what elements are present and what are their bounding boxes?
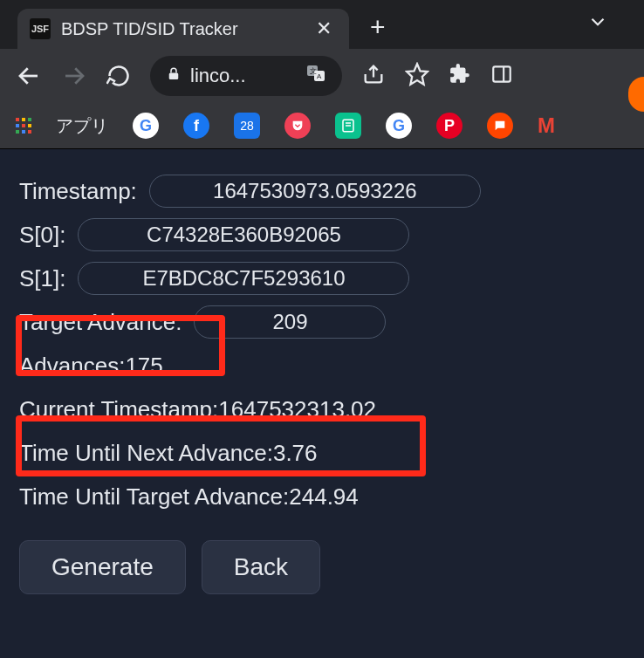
target-advance-row: Target Advance: 209 (19, 305, 625, 339)
advances-line: Advances: 175 (19, 348, 625, 383)
share-icon[interactable] (361, 62, 386, 90)
s0-row: S[0]: C74328E360B92065 (19, 217, 625, 252)
button-row: Generate Back (19, 540, 625, 594)
timestamp-row: Timestamp: 1647530973.0593226 (19, 174, 625, 209)
current-ts-label: Current Timestamp: (19, 396, 218, 423)
generate-button[interactable]: Generate (19, 540, 186, 594)
sidepanel-icon[interactable] (490, 63, 513, 89)
timestamp-input[interactable]: 1647530973.0593226 (149, 175, 481, 208)
calendar-bookmark-icon[interactable]: 28 (234, 113, 260, 139)
time-next-value: 3.76 (273, 440, 318, 467)
target-advance-input[interactable]: 209 (194, 305, 386, 339)
google-bookmark-icon[interactable]: G (133, 113, 159, 139)
s0-input[interactable]: C74328E360B92065 (78, 218, 409, 251)
forward-button[interactable] (61, 63, 87, 89)
tracker-page: Timestamp: 1647530973.0593226 S[0]: C743… (0, 148, 644, 658)
facebook-bookmark-icon[interactable]: f (183, 113, 209, 139)
new-tab-button[interactable]: + (370, 12, 386, 42)
time-next-line: Time Until Next Advance: 3.76 (19, 435, 625, 470)
s1-input[interactable]: E7BDC8C7F5293610 (78, 262, 409, 295)
back-button[interactable] (16, 63, 42, 89)
advances-label: Advances: (19, 353, 125, 380)
tab-favicon: JSF (30, 18, 51, 39)
svg-text:A: A (317, 72, 322, 80)
s1-row: S[1]: E7BDC8C7F5293610 (19, 261, 625, 296)
s1-label: S[1]: (19, 265, 65, 292)
extensions-icon[interactable] (449, 63, 471, 89)
bookmarks-bar: アプリ G f 28 G P M (0, 103, 644, 148)
time-target-label: Time Until Target Advance: (19, 483, 289, 511)
translate-icon[interactable]: 文A (305, 63, 326, 89)
svg-marker-8 (407, 64, 427, 84)
svg-rect-2 (169, 73, 179, 80)
svg-rect-9 (493, 66, 510, 81)
apps-label[interactable]: アプリ (56, 114, 108, 138)
browser-toolbar: linco... 文A (0, 49, 644, 103)
time-next-label: Time Until Next Advance: (19, 440, 273, 467)
active-tab[interactable]: JSF BDSP TID/SID Tracker ✕ (17, 9, 349, 49)
browser-tab-bar: JSF BDSP TID/SID Tracker ✕ + (0, 0, 644, 49)
advances-value: 175 (125, 353, 162, 380)
reload-button[interactable] (106, 64, 131, 88)
current-ts-value: 1647532313.02 (218, 396, 376, 423)
time-target-value: 244.94 (289, 483, 359, 511)
s0-label: S[0]: (19, 222, 65, 249)
google2-bookmark-icon[interactable]: G (386, 113, 412, 139)
url-text: linco... (190, 65, 246, 87)
back-button-page[interactable]: Back (202, 540, 320, 594)
chat-bookmark-icon[interactable] (487, 113, 513, 139)
bookmark-star-icon[interactable] (405, 62, 429, 90)
address-bar[interactable]: linco... 文A (150, 56, 342, 96)
time-target-line: Time Until Target Advance: 244.94 (19, 479, 625, 514)
tab-close-button[interactable]: ✕ (311, 17, 337, 40)
target-advance-label: Target Advance: (19, 309, 182, 336)
note-bookmark-icon[interactable] (335, 113, 361, 139)
svg-text:文: 文 (310, 67, 317, 75)
minimize-chevron-icon[interactable] (586, 10, 609, 37)
timestamp-label: Timestamp: (19, 178, 137, 205)
gmail-bookmark-icon[interactable]: M (538, 113, 555, 138)
pinterest-bookmark-icon[interactable]: P (436, 113, 462, 139)
apps-grid-icon[interactable] (16, 118, 31, 134)
tab-title: BDSP TID/SID Tracker (61, 19, 300, 39)
current-timestamp-line: Current Timestamp: 1647532313.02 (19, 392, 625, 427)
pocket-bookmark-icon[interactable] (284, 113, 311, 139)
lock-icon (166, 65, 182, 87)
